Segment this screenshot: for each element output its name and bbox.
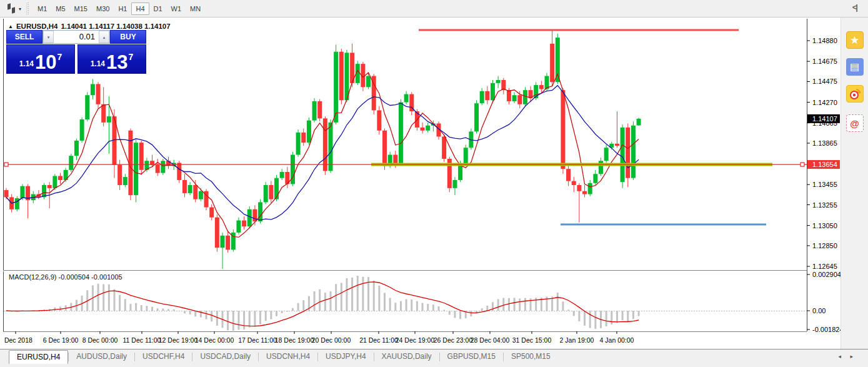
time-axis: 5 Dec 20186 Dec 19:008 Dec 00:0011 Dec 1… (3, 331, 634, 344)
svg-text:26 Dec 23:00: 26 Dec 23:00 (434, 336, 473, 344)
chart-tab-usdchf-h4[interactable]: USDCHF,H4 (135, 350, 192, 364)
weibo-eye-glyph (848, 87, 862, 101)
svg-text:21 Dec 11:00: 21 Dec 11:00 (359, 336, 398, 344)
svg-text:24 Dec 19:00: 24 Dec 19:00 (396, 336, 435, 344)
favorites-star-icon[interactable]: ★ (846, 31, 864, 49)
timeframe-toolbar: ▾ M1M5M15M30H1H4D1W1MN <| (0, 0, 868, 18)
sell-button[interactable]: SELL (6, 30, 42, 44)
ask-quote-button[interactable]: 1.14 13 7 (77, 44, 146, 74)
chart-tab-audusd-daily[interactable]: AUDUSD,Daily (69, 350, 134, 364)
timeframe-button-m1[interactable]: M1 (33, 3, 51, 15)
chart-symbol-label: EURUSD,H4 (16, 23, 57, 30)
svg-text:1.13865: 1.13865 (812, 139, 837, 147)
svg-text:28 Dec 04:00: 28 Dec 04:00 (471, 336, 510, 344)
social-sidebar: ★ ▤ @ (841, 18, 868, 349)
macd-signal-line (6, 282, 639, 326)
bid-price-pip: 7 (57, 52, 62, 62)
buy-button[interactable]: BUY (110, 30, 146, 44)
moving-averages (6, 71, 639, 238)
macd-indicator-label: MACD(12,26,9) -0.000504 -0.001005 (9, 273, 122, 281)
volume-input[interactable]: 0.01 (54, 31, 99, 43)
chart-tab-usdjpy-h4[interactable]: USDJPY,H4 (318, 350, 373, 364)
svg-text:1.13455: 1.13455 (812, 181, 837, 188)
ask-price-main: 13 (106, 54, 127, 71)
chart-tab-bar: EURUSD,H4AUDUSD,DailyUSDCHF,H4USDCAD,Dai… (0, 349, 868, 367)
svg-text:17 Dec 11:00: 17 Dec 11:00 (238, 336, 277, 344)
timeframe-button-w1[interactable]: W1 (167, 3, 186, 15)
chart-tab-usdcnh-h4[interactable]: USDCNH,H4 (259, 350, 317, 364)
chart-tab-eurusd-h4[interactable]: EURUSD,H4 (9, 350, 68, 364)
volume-decrease-button[interactable]: ▾ (43, 31, 54, 43)
svg-text:-0.001824: -0.001824 (812, 326, 841, 333)
timeframe-buttons: M1M5M15M30H1H4D1W1MN (33, 3, 205, 15)
macd-axis: 0.0029040.00-0.001824 (807, 271, 841, 333)
weibo-icon[interactable] (846, 85, 864, 103)
svg-text:0.002904: 0.002904 (812, 271, 841, 278)
svg-text:1.14675: 1.14675 (812, 58, 837, 65)
bid-quote-button[interactable]: 1.14 10 7 (6, 44, 75, 74)
chart-switch-icon[interactable]: ▾ (5, 3, 21, 15)
svg-text:20 Dec 00:00: 20 Dec 00:00 (312, 336, 351, 344)
svg-text:1.13654: 1.13654 (812, 161, 837, 168)
newspaper-glyph: ▤ (850, 62, 859, 72)
chevron-down-icon: ▾ (19, 6, 21, 12)
chart-tabs: EURUSD,H4AUDUSD,DailyUSDCHF,H4USDCAD,Dai… (9, 350, 558, 364)
mt4-terminal: ▾ M1M5M15M30H1H4D1W1MN <| 1.148801.14675… (0, 0, 868, 367)
svg-text:1.13050: 1.13050 (812, 222, 837, 229)
one-click-trading-panel: SELL ▾ 0.01 ▴ BUY 1.14 10 7 1.14 13 7 (6, 30, 146, 74)
timeframe-button-d1[interactable]: D1 (149, 3, 167, 15)
svg-text:1.12850: 1.12850 (812, 242, 837, 249)
svg-text:1.14880: 1.14880 (812, 37, 837, 44)
svg-text:2 Jan 19:00: 2 Jan 19:00 (560, 336, 594, 344)
svg-text:1.13255: 1.13255 (812, 201, 837, 209)
ask-price-prefix: 1.14 (91, 59, 105, 68)
candle-glyph (7, 3, 11, 10)
collapse-panel-icon[interactable]: <| (852, 3, 857, 12)
news-icon[interactable]: ▤ (846, 58, 864, 76)
symbol-marker-icon: ▲ (8, 24, 13, 29)
volume-increase-button[interactable]: ▴ (99, 31, 109, 43)
chart-title: ▲ EURUSD,H4 1.14041 1.14117 1.14038 1.14… (8, 23, 171, 30)
svg-text:1.14475: 1.14475 (812, 78, 837, 85)
svg-text:6 Dec 19:00: 6 Dec 19:00 (43, 336, 79, 344)
bid-price-prefix: 1.14 (19, 59, 34, 68)
at-glyph: @ (850, 119, 859, 128)
toolbar-grip (26, 3, 29, 15)
timeframe-button-m15[interactable]: M15 (70, 3, 92, 15)
macd-histogram (6, 276, 640, 331)
tab-scroll-arrows[interactable]: ◂ ▸ (838, 353, 857, 359)
price-axis: 1.148801.146751.144751.142701.140651.138… (807, 37, 840, 270)
chart-ohlc-values: 1.14041 1.14117 1.14038 1.14107 (61, 23, 170, 30)
email-at-icon[interactable]: @ (846, 114, 864, 132)
timeframe-button-m5[interactable]: M5 (51, 3, 69, 15)
svg-text:11 Dec 11:00: 11 Dec 11:00 (123, 336, 161, 344)
candle-glyph (12, 7, 15, 14)
chart-window: 1.148801.146751.144751.142701.140651.138… (3, 19, 841, 348)
timeframe-button-h1[interactable]: H1 (114, 3, 131, 15)
timeframe-button-h4[interactable]: H4 (131, 3, 149, 15)
svg-text:31 Dec 15:00: 31 Dec 15:00 (512, 336, 552, 344)
svg-text:18 Dec 19:00: 18 Dec 19:00 (275, 336, 314, 344)
bid-price-main: 10 (35, 54, 56, 71)
timeframe-button-m30[interactable]: M30 (92, 3, 114, 15)
volume-spinner: ▾ 0.01 ▴ (42, 30, 110, 44)
svg-text:4 Jan 00:00: 4 Jan 00:00 (600, 336, 634, 344)
ask-price-pip: 7 (129, 52, 134, 62)
chart-tab-usdcad-daily[interactable]: USDCAD,Daily (192, 350, 258, 364)
star-glyph: ★ (850, 35, 859, 46)
svg-text:14 Dec 00:00: 14 Dec 00:00 (195, 336, 234, 344)
timeframe-button-mn[interactable]: MN (186, 3, 205, 15)
chart-tab-xauusd-daily[interactable]: XAUUSD,Daily (374, 350, 439, 364)
svg-text:1.14270: 1.14270 (812, 99, 837, 106)
chart-tab-gbpusd-m15[interactable]: GBPUSD,M15 (440, 350, 503, 364)
svg-text:1.12645: 1.12645 (812, 263, 837, 270)
svg-text:8 Dec 00:00: 8 Dec 00:00 (82, 336, 118, 344)
svg-text:0.00: 0.00 (812, 307, 826, 314)
chart-tab-sp500-m15[interactable]: SP500,M15 (504, 350, 558, 364)
svg-text:1.14107: 1.14107 (812, 115, 837, 123)
svg-text:12 Dec 19:00: 12 Dec 19:00 (159, 336, 198, 344)
svg-text:5 Dec 2018: 5 Dec 2018 (3, 336, 32, 344)
